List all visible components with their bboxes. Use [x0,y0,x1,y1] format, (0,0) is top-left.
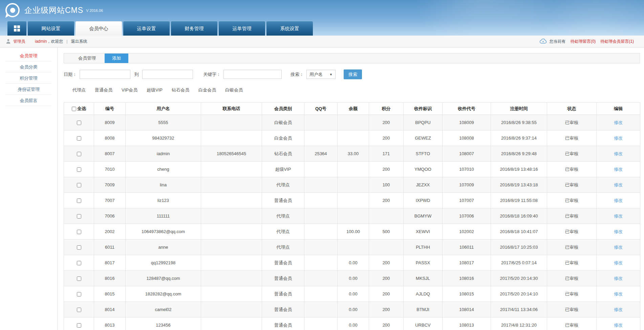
table-row: 8017qq12992198普通会员0.00200PASSX1080172017… [64,255,640,271]
edit-link[interactable]: 修改 [614,323,623,328]
row-checkbox[interactable] [77,230,81,234]
cell-balance: 0.00 [338,317,369,330]
edit-link[interactable]: 修改 [614,213,623,219]
row-checkbox[interactable] [77,292,81,296]
row-checkbox[interactable] [77,167,81,172]
filter-link-超级VIP[interactable]: 超级VIP [147,87,163,93]
table-row: 7006111111代理点BGMYW1070062016/8/18 16:09:… [64,208,640,224]
separator: | [66,39,67,44]
cell-phone [201,302,262,317]
row-checkbox[interactable] [77,121,81,125]
date-to-input[interactable] [142,70,193,79]
select-all-label: 全选 [77,106,86,111]
row-checkbox[interactable] [77,199,81,203]
filter-link-白金会员[interactable]: 白金会员 [198,87,216,93]
sidebar-item-身份证管理[interactable]: 身份证管理 [5,84,52,95]
date-from-input[interactable] [80,70,130,79]
nav-tab-运单设置[interactable]: 运单设置 [123,21,170,36]
cell-edit: 修改 [597,271,640,286]
edit-link[interactable]: 修改 [614,260,623,265]
edit-link[interactable]: 修改 [614,291,623,296]
cell-receive-mark: YMQOO [404,162,443,177]
cell-username: 123456 [126,317,201,330]
nav-tab-财务管理[interactable]: 财务管理 [171,21,217,36]
row-checkbox[interactable] [77,261,81,265]
row-select-cell [64,255,94,271]
cell-member-id: 8013 [94,317,126,330]
cell-receive-code: 108009 [443,115,491,130]
col-header-4: 会员类别 [262,103,304,115]
edit-link[interactable]: 修改 [614,198,623,203]
filter-link-普通会员[interactable]: 普通会员 [95,87,112,93]
content-tab-会员管理[interactable]: 会员管理 [69,54,105,63]
select-all-checkbox[interactable] [72,107,76,111]
cell-phone [201,162,262,177]
cell-reg-time: 2016/8/18 10:41:07 [491,224,547,240]
edit-link[interactable]: 修改 [614,120,623,125]
cell-reg-time: 2017/5/20 20:14:10 [491,286,547,302]
edit-link[interactable]: 修改 [614,245,623,250]
row-select-cell [64,130,94,146]
cell-points: 200 [369,286,404,302]
edit-link[interactable]: 修改 [614,167,623,172]
row-checkbox[interactable] [77,308,81,312]
user-bar: 管理员 iadmin ，欢迎您 | 退出系统 您当前有 待处理留言(0)待处理会… [0,36,644,47]
edit-link[interactable]: 修改 [614,136,623,141]
row-checkbox[interactable] [77,136,81,141]
cell-receive-code: 108015 [443,286,491,302]
nav-tab-系统设置[interactable]: 系统设置 [266,21,313,36]
table-row: 80095555白银会员200BPQPU1080092016/8/26 9:38… [64,115,640,130]
cell-username: 128487@qq.com [126,271,201,286]
row-select-cell [64,146,94,162]
filter-link-钻石会员[interactable]: 钻石会员 [172,87,189,93]
cell-qq [304,162,338,177]
pending-notice-0[interactable]: 待处理留言(0) [571,39,596,44]
edit-link[interactable]: 修改 [614,182,623,187]
nav-tab-会员中心[interactable]: 会员中心 [76,21,122,36]
content-tab-添加[interactable]: 添加 [105,54,128,63]
row-checkbox[interactable] [77,183,81,187]
cell-edit: 修改 [597,302,640,317]
row-select-cell [64,162,94,177]
filter-link-白银会员[interactable]: 白银会员 [225,87,243,93]
sidebar-item-会员留言[interactable]: 会员留言 [5,95,52,106]
cell-qq [304,255,338,271]
row-checkbox[interactable] [77,323,81,328]
cell-qq [304,317,338,330]
nav-grid-button[interactable] [7,21,26,36]
edit-link[interactable]: 修改 [614,151,623,156]
cell-reg-time: 2016/8/19 13:43:18 [491,177,547,193]
edit-link[interactable]: 修改 [614,276,623,281]
cell-qq [304,115,338,130]
edit-link[interactable]: 修改 [614,307,623,312]
nav-tab-网站设置[interactable]: 网站设置 [28,21,74,36]
col-header-5: QQ号 [304,103,338,115]
sidebar-item-积分管理[interactable]: 积分管理 [5,73,52,84]
logout-link[interactable]: 退出系统 [71,39,87,44]
row-checkbox[interactable] [77,214,81,219]
cell-receive-mark: BPQPU [404,115,443,130]
cell-member-id: 7006 [94,208,126,224]
search-button[interactable]: 搜索 [344,69,362,79]
cell-reg-time: 2017/5/20 20:14:30 [491,271,547,286]
row-checkbox[interactable] [77,245,81,250]
cell-member-id: 8017 [94,255,126,271]
row-checkbox[interactable] [77,276,81,281]
search-type-select[interactable]: 用户名 ▼ [306,70,336,79]
nav-tab-运单管理[interactable]: 运单管理 [219,21,265,36]
filter-link-VIP会员[interactable]: VIP会员 [122,87,137,93]
cell-points: 200 [369,271,404,286]
keyword-input[interactable] [223,70,282,79]
sidebar-item-会员分类[interactable]: 会员分类 [5,61,52,73]
row-select-cell [64,317,94,330]
pending-notice-1[interactable]: 待处理会员留言(1) [600,39,634,44]
cell-member-id: 7010 [94,162,126,177]
cell-points: 200 [369,115,404,130]
sidebar-item-会员管理[interactable]: 会员管理 [5,50,52,61]
row-checkbox[interactable] [77,152,81,156]
cell-member-id: 8009 [94,115,126,130]
filter-link-代理点[interactable]: 代理点 [72,87,86,93]
cell-username: anne [126,240,201,255]
cell-status: 已审核 [547,193,597,208]
edit-link[interactable]: 修改 [614,229,623,234]
